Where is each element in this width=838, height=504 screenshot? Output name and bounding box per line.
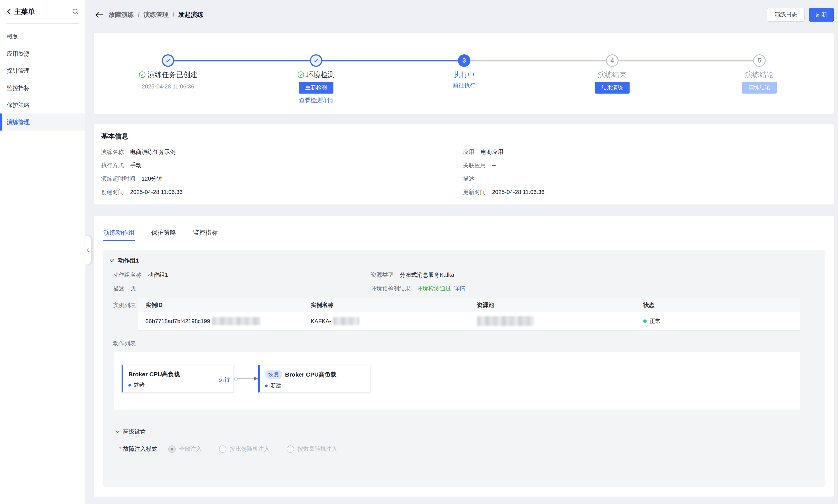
tab-drill-action-groups[interactable]: 演练动作组 (103, 228, 135, 241)
step-number-circle: 4 (606, 54, 618, 67)
radio-inject-by-count[interactable]: 按数量随机注入 (287, 445, 338, 453)
radio-circle (219, 445, 226, 453)
info-value: 电商演练任务示例 (130, 148, 176, 156)
recover-badge: 恢复 (265, 370, 282, 379)
back-arrow-icon[interactable] (95, 11, 104, 18)
step-check-circle (162, 54, 174, 67)
advanced-settings-header[interactable]: 高级设置 (115, 428, 825, 435)
column-header-status: 状态 (636, 301, 800, 309)
sidebar-item-label: 保护策略 (7, 101, 30, 109)
step-title: 环境检测 (306, 70, 335, 79)
step-executing: 3 执行中 前往执行 (407, 54, 521, 89)
tab-monitor-metrics[interactable]: 监控指标 (193, 228, 218, 241)
step-title: 执行中 (454, 70, 475, 79)
status-dot (129, 384, 131, 386)
table-row: 36b7718ad7bf42198c199 KAFKA- (138, 312, 800, 330)
info-row-drill-name: 演练名称电商演练任务示例 (101, 145, 463, 159)
sidebar-item-monitor-metrics[interactable]: 监控指标 (0, 79, 85, 96)
sidebar-item-protection-policy[interactable]: 保护策略 (0, 96, 85, 113)
field-label: 环境预检测结果 (371, 285, 411, 292)
info-value: 手动 (130, 162, 141, 169)
chevron-down-icon (109, 259, 115, 262)
stepper-card: 演练任务已创建 2025-04-28 11:06:36 环境检测 重新检测 查看… (94, 33, 834, 114)
status-text: 正常 (650, 318, 661, 325)
action-group-header[interactable]: 动作组1 (109, 250, 825, 265)
fault-injection-mode-row: * 故障注入模式 全部注入 按比例随机注入 按数量随机注入 (119, 445, 825, 453)
info-value: 120分钟 (141, 175, 162, 183)
sidebar: 主菜单 概览 应用资源 探针管理 监控指标 保护策略 演练管理 (0, 0, 85, 504)
radio-label: 按数量随机注入 (297, 445, 338, 453)
chevron-left-icon[interactable] (6, 8, 12, 15)
status-dot (265, 384, 268, 387)
refresh-button[interactable]: 刷新 (809, 8, 834, 22)
sidebar-menu: 概览 应用资源 探针管理 监控指标 保护策略 演练管理 (0, 24, 85, 130)
precheck-pass-text: 环境检测通过 (417, 285, 451, 292)
basic-info-title: 基本信息 (101, 132, 834, 141)
check-icon (165, 57, 171, 64)
action-flow-canvas: Broker CPU高负载 就绪 执行 恢复 Bro (114, 352, 800, 410)
sidebar-item-probe-management[interactable]: 探针管理 (0, 62, 85, 79)
step-title-row: 演练结束 (598, 70, 627, 79)
go-execute-link[interactable]: 前往执行 (453, 82, 476, 89)
recheck-button[interactable]: 重新检测 (299, 82, 334, 94)
instance-name-text: KAFKA- (311, 318, 331, 325)
active-indicator-bar (0, 113, 2, 130)
info-label: 演练超时时间 (101, 175, 135, 183)
tab-protection-policy[interactable]: 保护策略 (151, 228, 176, 241)
sidebar-item-drill-management[interactable]: 演练管理 (0, 113, 85, 130)
info-row-timeout: 演练超时时间120分钟 (101, 172, 463, 185)
sidebar-item-app-resources[interactable]: 应用资源 (0, 45, 85, 62)
radio-circle (168, 445, 176, 453)
sidebar-item-overview[interactable]: 概览 (0, 28, 85, 45)
radio-inject-by-ratio[interactable]: 按比例随机注入 (219, 445, 270, 453)
info-value: -- (492, 162, 496, 169)
step-number-circle: 5 (753, 54, 766, 67)
info-label: 关联应用 (463, 162, 486, 169)
view-check-details-link[interactable]: 查看检测详情 (299, 96, 333, 104)
check-icon (313, 57, 320, 64)
field-label: 资源类型 (371, 271, 394, 279)
step-number-circle: 3 (458, 54, 471, 67)
field-value: 分布式消息服务Kafka (400, 271, 454, 279)
sidebar-header: 主菜单 (0, 0, 85, 23)
drill-log-button[interactable]: 演练日志 (767, 8, 805, 22)
field-group-name: 动作组名称 动作组1 (113, 268, 371, 282)
basic-info-card: 基本信息 演练名称电商演练任务示例 执行方式手动 演练超时时间120分钟 创建时… (94, 124, 834, 204)
topbar: 故障演练 / 演练管理 / 发起演练 演练日志 刷新 (85, 0, 838, 29)
info-row-related-app: 关联应用-- (463, 159, 544, 172)
app-root: 主菜单 概览 应用资源 探针管理 监控指标 保护策略 演练管理 故障演练 / 演… (0, 0, 838, 504)
action-node-recover[interactable]: 恢复 Broker CPU高负载 新建 (258, 365, 371, 393)
info-row-created-time: 创建时间2025-04-28 11:06:36 (101, 185, 463, 199)
sidebar-item-label: 演练管理 (7, 118, 30, 126)
instance-list-label: 实例列表 (113, 298, 138, 330)
cell-instance-name: KAFKA- (303, 317, 469, 325)
redacted-block (333, 317, 359, 325)
info-value: 2025-04-28 11:06:36 (130, 189, 183, 195)
end-drill-button[interactable]: 结束演练 (595, 82, 630, 94)
breadcrumb-separator: / (138, 11, 139, 18)
info-label: 演练名称 (101, 148, 124, 156)
redacted-block (477, 316, 534, 326)
radio-circle (287, 445, 294, 453)
chevron-down-icon (115, 430, 120, 433)
cell-status: 正常 (636, 318, 800, 325)
radio-label: 按比例随机注入 (230, 445, 270, 453)
sidebar-collapse-handle[interactable] (85, 236, 91, 265)
basic-info-grid: 演练名称电商演练任务示例 执行方式手动 演练超时时间120分钟 创建时间2025… (101, 145, 834, 199)
radio-inject-all[interactable]: 全部注入 (168, 445, 202, 453)
step-title-row: 演练结论 (745, 70, 774, 79)
required-mark: * (119, 446, 122, 452)
breadcrumb-drill-management[interactable]: 演练管理 (143, 11, 169, 19)
field-description: 描述 无 (113, 282, 371, 295)
instance-section: 实例列表 实例ID 实例名称 资源池 状态 36b7718ad7bf42198c… (113, 298, 825, 330)
edge-start-circle (234, 377, 238, 381)
breadcrumb-fault-drill[interactable]: 故障演练 (109, 11, 134, 19)
execute-link[interactable]: 执行 (212, 375, 230, 383)
breadcrumb-separator: / (173, 11, 174, 18)
search-icon[interactable] (72, 8, 79, 15)
precheck-details-link[interactable]: 详情 (454, 285, 465, 292)
field-label: 动作组名称 (113, 271, 141, 279)
drill-conclusion-button: 演练结论 (742, 82, 777, 94)
basic-info-right-column: 应用电商应用 关联应用-- 描述-- 更新时间2025-04-28 11:06:… (463, 145, 544, 199)
info-row-description: 描述-- (463, 172, 544, 185)
